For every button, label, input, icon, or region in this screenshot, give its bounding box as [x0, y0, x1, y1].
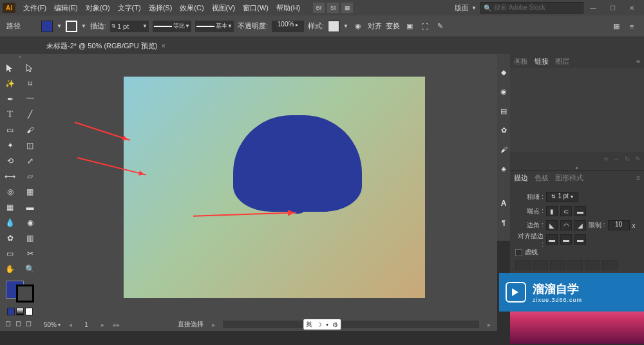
stock-icon[interactable]: St	[327, 3, 339, 13]
corner-round[interactable]: ◠	[560, 220, 572, 230]
gap-input[interactable]	[567, 260, 583, 270]
window-maximize[interactable]: ☐	[603, 1, 622, 14]
vector-shape-blob[interactable]	[233, 115, 362, 212]
line-tool[interactable]: ╱	[21, 107, 39, 122]
brushes-icon[interactable]: ▤	[498, 106, 509, 116]
edit-link-icon[interactable]: ✎	[635, 155, 640, 162]
stroke-color[interactable]	[16, 284, 34, 303]
lasso-tool[interactable]: ⌑	[21, 77, 39, 91]
pen-tool[interactable]: ✒	[1, 92, 19, 106]
stroke-profile-dropdown[interactable]: 等比▼	[153, 21, 191, 32]
gradient-tool[interactable]: ▬	[21, 200, 39, 214]
menu-file[interactable]: 文件(F)	[19, 3, 50, 13]
menu-help[interactable]: 帮助(H)	[272, 3, 304, 13]
edit-icon[interactable]: ✎	[435, 21, 446, 32]
stroke-weight-input[interactable]: ⇅1 pt▼	[110, 21, 149, 32]
align-center[interactable]: ▬	[546, 234, 558, 245]
panel-menu-icon[interactable]: ≡	[636, 174, 640, 182]
rotate-tool[interactable]: ⟲	[1, 154, 19, 168]
gap-input[interactable]	[533, 260, 548, 270]
align-link[interactable]: 对齐	[368, 21, 382, 31]
update-link-icon[interactable]: ↻	[625, 155, 630, 162]
eyedropper-tool[interactable]: 💧	[1, 216, 19, 230]
curvature-tool[interactable]: 〰	[21, 92, 39, 106]
color-mode-gradient[interactable]	[16, 308, 24, 315]
menu-effect[interactable]: 效果(C)	[176, 3, 207, 13]
color-mode-solid[interactable]	[7, 308, 15, 315]
dashed-checkbox[interactable]	[515, 249, 522, 256]
workspace-dropdown[interactable]: 版面▼	[451, 3, 480, 13]
artboard-number[interactable]: 1	[80, 321, 93, 328]
menu-type[interactable]: 文字(T)	[114, 3, 145, 13]
window-close[interactable]: ✕	[622, 1, 641, 14]
brush-dropdown[interactable]: 基本▼	[195, 21, 234, 32]
selection-tool[interactable]	[1, 61, 19, 75]
miter-limit-input[interactable]: 10	[608, 220, 630, 230]
menu-object[interactable]: 对象(O)	[82, 3, 114, 13]
scale-tool[interactable]: ⤢	[21, 154, 39, 168]
hand-tool[interactable]: ✋	[1, 262, 19, 276]
rectangle-tool[interactable]: ▭	[1, 123, 19, 137]
gear-icon[interactable]: ⚙	[332, 321, 338, 328]
properties-icon[interactable]: ◆	[498, 67, 509, 77]
horizontal-scrollbar[interactable]	[223, 321, 479, 328]
tab-links[interactable]: 链接	[535, 57, 549, 66]
color-mode-none[interactable]	[25, 308, 33, 315]
artboard-tool[interactable]: ▭	[1, 247, 19, 261]
corner-miter[interactable]: ◣	[546, 220, 558, 230]
artboard[interactable]	[124, 77, 425, 298]
magic-wand-tool[interactable]: ✨	[1, 77, 19, 91]
artboard-nav-next[interactable]: ▸	[98, 321, 107, 328]
stroke-swatch[interactable]	[66, 21, 77, 32]
bridge-icon[interactable]: Br	[313, 3, 325, 13]
draw-normal[interactable]: ◻	[5, 319, 14, 328]
transform-link[interactable]: 变换	[386, 21, 400, 31]
tab-stroke[interactable]: 描边	[514, 173, 528, 183]
menu-select[interactable]: 选择(S)	[145, 3, 176, 13]
graph-tool[interactable]: ▥	[21, 231, 39, 245]
width-tool[interactable]: ⟷	[1, 169, 19, 183]
relink-icon[interactable]: ⎆	[604, 155, 608, 162]
tab-layers[interactable]: 图层	[555, 57, 569, 66]
document-tab[interactable]: 未标题-2* @ 50% (RGB/GPU 预览) ×	[40, 38, 172, 53]
style-swatch[interactable]	[328, 21, 339, 32]
isolate-icon[interactable]: ▣	[404, 21, 415, 32]
moon-icon[interactable]: ☽	[316, 321, 322, 328]
mesh-tool[interactable]: ▦	[1, 200, 19, 214]
close-tab-icon[interactable]: ×	[162, 42, 166, 50]
draw-inside[interactable]: ◻	[26, 319, 35, 328]
goto-link-icon[interactable]: →	[613, 155, 620, 162]
opacity-input[interactable]: 100% ▸	[272, 21, 304, 32]
menu-window[interactable]: 窗口(W)	[239, 3, 272, 13]
shaper-tool[interactable]: ✦	[1, 138, 19, 153]
ime-toolbar[interactable]: 英☽•⚙	[303, 319, 341, 330]
arrange-icon[interactable]: ▦	[341, 3, 353, 13]
zoom-tool[interactable]: 🔍	[21, 262, 39, 276]
swatches-icon[interactable]: 🖌	[498, 144, 509, 154]
gap-input[interactable]	[602, 260, 618, 270]
stroke-weight-input[interactable]: ⇅ 1 pt ▾	[546, 192, 578, 202]
grid-icon[interactable]: ▦	[611, 21, 622, 32]
type-tool[interactable]: T	[1, 107, 19, 122]
shape-builder-tool[interactable]: ◎	[1, 185, 19, 199]
perspective-tool[interactable]: ▦	[21, 185, 39, 199]
eraser-tool[interactable]: ◫	[21, 138, 39, 153]
tab-swatches[interactable]: 色板	[535, 173, 549, 183]
recolor-icon[interactable]: ◉	[352, 21, 364, 32]
character-icon[interactable]: A	[498, 198, 509, 209]
search-stock-input[interactable]: 🔍 搜索 Adobe Stock	[480, 2, 583, 14]
artboard-nav-prev[interactable]: ◂	[66, 321, 75, 328]
symbols-icon[interactable]: ✿	[498, 125, 509, 135]
slice-tool[interactable]: ✂	[21, 247, 39, 261]
cap-round[interactable]: ⊂	[560, 206, 572, 216]
dash-input[interactable]	[550, 260, 565, 270]
tab-graphic-styles[interactable]: 图形样式	[555, 173, 583, 183]
blend-tool[interactable]: ◉	[21, 216, 39, 230]
draw-behind[interactable]: ◻	[15, 319, 24, 328]
free-transform-tool[interactable]: ▱	[21, 169, 39, 183]
corner-bevel[interactable]: ◢	[574, 220, 586, 230]
align-inside[interactable]: ▬	[560, 234, 572, 245]
window-minimize[interactable]: —	[583, 1, 603, 14]
libraries-icon[interactable]: ◉	[498, 86, 509, 97]
panel-menu-icon[interactable]: ≡	[636, 58, 640, 65]
